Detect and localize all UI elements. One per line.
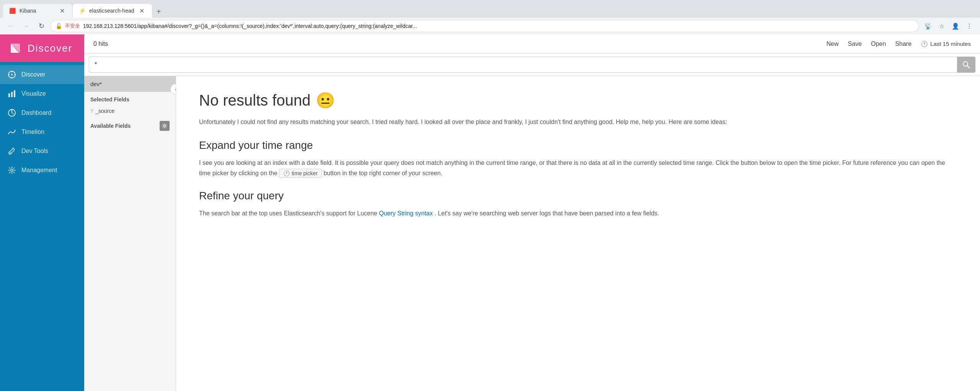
refine-body2-text: . Let's say we're searching web server l… (434, 210, 659, 217)
top-bar: 0 hits New Save Open Share 🕐 Last 15 min… (84, 34, 980, 54)
query-string-link[interactable]: Query String syntax (379, 210, 433, 217)
source-field-item[interactable]: ? _source (84, 105, 176, 117)
fields-settings-button[interactable] (160, 121, 170, 131)
time-picker-inline-button[interactable]: 🕐 time picker (279, 169, 322, 178)
sidebar-item-timelion[interactable]: Timelion (0, 122, 84, 142)
address-bar[interactable]: 🔓 不安全 192.168.213.128:5601/app/kibana#/d… (51, 20, 919, 32)
kibana-logo-text: Discover (28, 42, 72, 54)
account-icon[interactable]: 👤 (949, 20, 962, 32)
timelion-icon (8, 128, 16, 136)
app-container: 0 hits New Save Open Share 🕐 Last 15 min… (84, 34, 980, 391)
browser-toolbar: ← → ↻ 🔓 不安全 192.168.213.128:5601/app/kib… (0, 18, 980, 34)
share-button[interactable]: Share (895, 41, 911, 47)
field-type-icon: ? (90, 108, 93, 114)
hits-count: 0 hits (93, 41, 108, 47)
available-fields-header: Available Fields (84, 117, 176, 135)
new-tab-button[interactable]: + (153, 5, 165, 18)
dashboard-icon (8, 109, 16, 117)
security-icon: 🔓 (56, 23, 62, 29)
time-picker-inline-label: time picker (292, 170, 318, 176)
reload-button[interactable]: ↻ (35, 20, 47, 32)
svg-point-13 (10, 152, 11, 153)
expand-body2-text: button in the top right corner of your s… (323, 170, 442, 176)
refine-section-title: Refine your query (199, 190, 957, 202)
address-text: 192.168.213.128:5601/app/kibana#/discove… (83, 23, 914, 29)
kibana-logo-icon (8, 41, 23, 56)
svg-rect-9 (8, 93, 10, 97)
no-results-icon: 😐 (316, 91, 335, 109)
sidebar-item-devtools-label: Dev Tools (21, 148, 48, 155)
security-label: 不安全 (65, 23, 80, 29)
browser-chrome: 🟥 Kibana ✕ ⚡ elasticsearch-head ✕ + ← → … (0, 0, 980, 34)
browser-tabs: 🟥 Kibana ✕ ⚡ elasticsearch-head ✕ + (0, 0, 980, 18)
sidebar-item-discover-label: Discover (21, 71, 45, 78)
new-button[interactable]: New (826, 41, 839, 47)
no-results-description: Unfortunately I could not find any resul… (199, 117, 957, 127)
kibana-app: Discover Discover (0, 34, 980, 391)
sidebar: Discover Discover (0, 34, 84, 391)
index-label[interactable]: dev* (84, 76, 176, 92)
elastic-tab-close[interactable]: ✕ (138, 7, 146, 15)
svg-point-4 (11, 74, 13, 75)
save-button[interactable]: Save (848, 41, 862, 47)
main-content: dev* ‹ Selected Fields ? _source Availab… (84, 76, 980, 391)
menu-icon[interactable]: ⋮ (963, 20, 975, 32)
compass-icon (8, 70, 16, 79)
time-picker-inline-icon: 🕐 (283, 170, 290, 176)
kibana-tab-close[interactable]: ✕ (58, 7, 66, 15)
search-input[interactable] (89, 57, 957, 73)
left-panel: dev* ‹ Selected Fields ? _source Availab… (84, 76, 176, 391)
kibana-tab-favicon: 🟥 (9, 8, 16, 14)
no-results-title: No results found 😐 (199, 91, 957, 109)
sidebar-nav: Discover Visualize (0, 62, 84, 391)
svg-line-16 (967, 66, 970, 68)
clock-icon: 🕐 (921, 41, 928, 47)
expand-section-body: I see you are looking at an index with a… (199, 158, 957, 178)
bar-chart-icon (8, 90, 16, 98)
field-name: _source (95, 108, 114, 114)
time-label: Last 15 minutes (930, 41, 971, 47)
refine-body-text: The search bar at the top uses Elasticse… (199, 210, 377, 217)
search-bar (84, 54, 980, 76)
kibana-tab-label: Kibana (20, 8, 36, 14)
sidebar-item-visualize[interactable]: Visualize (0, 84, 84, 103)
svg-point-17 (164, 125, 166, 127)
sidebar-item-visualize-label: Visualize (21, 90, 46, 97)
kibana-logo: Discover (0, 34, 84, 62)
gear-nav-icon (8, 166, 16, 174)
sidebar-item-devtools[interactable]: Dev Tools (0, 142, 84, 161)
svg-rect-10 (11, 92, 13, 97)
svg-rect-11 (14, 90, 15, 97)
wrench-icon (8, 147, 16, 155)
sidebar-item-management[interactable]: Management (0, 161, 84, 180)
open-button[interactable]: Open (871, 41, 886, 47)
tab-kibana[interactable]: 🟥 Kibana ✕ (3, 4, 72, 18)
bookmark-icon[interactable]: ☆ (936, 20, 948, 32)
no-results-text: No results found (199, 92, 310, 109)
expand-section-title: Expand your time range (199, 139, 957, 152)
toolbar-icons: 📡 ☆ 👤 ⋮ (922, 20, 975, 32)
sidebar-item-discover[interactable]: Discover (0, 65, 84, 84)
time-picker-button[interactable]: 🕐 Last 15 minutes (921, 41, 971, 47)
forward-button[interactable]: → (20, 20, 32, 32)
svg-point-14 (11, 169, 13, 171)
sidebar-item-timelion-label: Timelion (21, 129, 44, 135)
refine-section-body: The search bar at the top uses Elasticse… (199, 208, 957, 218)
selected-fields-label: Selected Fields (84, 92, 176, 105)
sidebar-item-dashboard[interactable]: Dashboard (0, 103, 84, 122)
tab-elasticsearch[interactable]: ⚡ elasticsearch-head ✕ (73, 4, 152, 18)
elastic-tab-favicon: ⚡ (79, 8, 85, 14)
sidebar-item-management-label: Management (21, 167, 57, 174)
sidebar-item-dashboard-label: Dashboard (21, 109, 51, 116)
back-button[interactable]: ← (5, 20, 17, 32)
available-fields-label: Available Fields (90, 123, 131, 129)
search-button[interactable] (957, 57, 975, 73)
cast-icon[interactable]: 📡 (922, 20, 934, 32)
right-panel: No results found 😐 Unfortunately I could… (176, 76, 980, 391)
elastic-tab-label: elasticsearch-head (89, 8, 134, 14)
